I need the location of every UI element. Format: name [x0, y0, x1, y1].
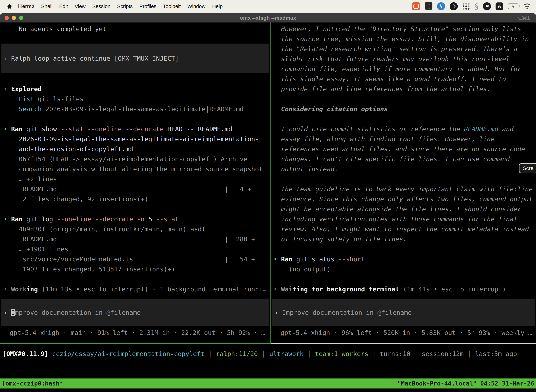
terminal-line: However, I noticed the "Directory Struct…	[273, 24, 536, 34]
title-bar[interactable]: omx --xhigh --madmax ⌥⌘1	[0, 13, 536, 23]
terminal-line: the "Related research writing" section i…	[273, 44, 536, 54]
menu-item-scripts[interactable]: Scripts	[114, 4, 136, 9]
terminal-line: slight risk that future readers may over…	[273, 54, 536, 64]
terminal-line	[273, 274, 536, 284]
menu-items: iTerm2ShellEditViewSessionScriptsProfile…	[15, 4, 226, 9]
terminal-line: Search 2026-03-09-is-legal-the-same-as-l…	[4, 104, 270, 114]
left-pane[interactable]: └ No agents completed yet › Ralph loop a…	[0, 23, 270, 343]
terminal-line	[273, 94, 536, 104]
agents-status-line: └ No agents completed yet	[4, 24, 106, 34]
terminal-line: The team guideline is to back every impo…	[273, 184, 536, 194]
prompt-text: › Improve documentation in @filename	[4, 308, 141, 317]
terminal-line: review. Also, I might want to inspect th…	[273, 224, 536, 234]
terminal-line: including verification notes with those …	[273, 214, 536, 224]
terminal-line: └ 4b9d30f (origin/main, instructkr/main,…	[4, 224, 270, 234]
terminal-line	[4, 274, 270, 284]
terminal-line: … +1901 lines	[4, 244, 270, 254]
menu-item-window[interactable]: Window	[184, 4, 209, 9]
bolt-badge-icon[interactable]: ϟ	[437, 2, 445, 10]
window-controls	[5, 16, 23, 20]
minimize-button[interactable]	[12, 16, 16, 20]
menu-item-view[interactable]: View	[71, 4, 89, 9]
terminal-line: • Waiting for background terminal (1m 41…	[273, 284, 536, 294]
right-transcript: However, I noticed the "Directory Struct…	[271, 23, 536, 294]
menu-item-shell[interactable]: Shell	[38, 4, 56, 9]
terminal-line: • Explored	[4, 84, 270, 94]
terminal-line: 2 files changed, 92 insertions(+)	[4, 194, 270, 204]
input-source-icon[interactable]: A	[496, 2, 503, 10]
terminal-line: README.md | 4 +	[4, 184, 270, 194]
apple-logo-icon[interactable]	[7, 3, 12, 9]
terminal-line: of focusing solely on file lines.	[273, 234, 536, 244]
terminal-line: • Ran git log --oneline --decorate -n 5 …	[4, 214, 270, 224]
terminal-line: this single essay, it seems like a good …	[273, 74, 536, 84]
prompt-input-left[interactable]: › Improve documentation in @filename	[1, 299, 269, 326]
terminal-line: might be acceptable alongside the file l…	[273, 204, 536, 214]
terminal-line: │ 2026-03-09-is-legal-the-same-as-legiti…	[4, 134, 270, 144]
keyboard-shield-icon[interactable]: ⣿	[425, 2, 432, 10]
menu-item-profiles[interactable]: Profiles	[136, 4, 160, 9]
terminal-line: README.md | 280 +	[4, 234, 270, 244]
ralph-loop-line: › Ralph loop active continue [OMX_TMUX_I…	[4, 53, 179, 63]
menu-item-edit[interactable]: Edit	[56, 4, 71, 9]
ralph-loop-box: › Ralph loop active continue [OMX_TMUX_I…	[1, 44, 269, 73]
menu-item-toolbelt[interactable]: Toolbelt	[160, 4, 184, 9]
window-title: omx --xhigh --madmax	[0, 15, 536, 21]
terminal-line: provide file and line references from th…	[273, 84, 536, 94]
model-status-right: gpt-5.4 xhigh · 96% left · 520K in · 5.8…	[281, 328, 532, 338]
tmux-session-window[interactable]: [omx-cczip0:bash*	[2, 378, 63, 388]
percent-badge-icon[interactable]: ..61	[483, 2, 491, 10]
pane-border-bottom-right	[271, 343, 536, 344]
prompt-input-right[interactable]: › Improve documentation in @filename	[273, 299, 535, 326]
terminal-content: └ No agents completed yet › Ralph loop a…	[0, 23, 536, 344]
tmux-status-bar: [omx-cczip0:bash* "MacBook-Pro-44.local"…	[0, 378, 536, 388]
close-button[interactable]	[5, 16, 9, 20]
terminal-line	[273, 174, 536, 184]
tmux-host-clock: "MacBook-Pro-44.local" 04:52 31-Mar-26	[397, 378, 534, 388]
terminal-line	[4, 114, 270, 124]
terminal-line: essay file, along with finding root file…	[273, 134, 536, 144]
chat-app-icon[interactable]	[412, 2, 420, 10]
terminal-line: └ (no output)	[273, 264, 536, 274]
battery-icon[interactable]: ϟ	[508, 4, 518, 9]
right-pane[interactable]: However, I noticed the "Directory Struct…	[271, 23, 536, 343]
terminal-line: 1903 files changed, 513517 insertions(+)	[4, 264, 270, 274]
terminal-line: └ 067f154 (HEAD -> essay/ai-reimplementa…	[4, 154, 270, 164]
menu-bar: iTerm2ShellEditViewSessionScriptsProfile…	[0, 0, 536, 13]
wifi-icon[interactable]	[523, 3, 531, 10]
pane-border-bottom-left	[0, 343, 271, 344]
terminal-line: src/voice/voiceModeEnabled.ts | 54 +	[4, 254, 270, 264]
screen-notification-popup[interactable]: Scre	[519, 163, 536, 173]
terminal-line	[273, 244, 536, 254]
zoom-button[interactable]	[19, 16, 23, 20]
menu-item-iterm2[interactable]: iTerm2	[15, 4, 38, 9]
moon-app-icon[interactable]: ☽	[450, 2, 458, 10]
terminal-line: • Working (11m 13s • esc to interrupt) ·…	[4, 284, 270, 294]
terminal-line: • Ran git show --stat --oneline --decora…	[4, 124, 270, 134]
model-status-left: gpt-5.4 xhigh · main · 91% left · 2.31M …	[10, 328, 265, 338]
terminal-line: └ List git ls-files	[4, 94, 270, 104]
omx-status-bar: [OMX#0.11.9] cczip/essay/ai-reimplementa…	[0, 349, 536, 359]
terminal-line: companion analysis without altering the …	[4, 164, 270, 174]
terminal-line: companion file, especially if more comme…	[273, 64, 536, 74]
terminal-line: I could cite commit statistics or refere…	[273, 124, 536, 134]
terminal-line: │ and-the-erosion-of-copyleft.md	[4, 144, 270, 154]
terminal-line: Considering citation options	[273, 104, 536, 114]
terminal-window: omx --xhigh --madmax ⌥⌘1 └ No agents com…	[0, 13, 536, 392]
terminal-line	[273, 114, 536, 124]
prompt-text: › Improve documentation in @filename	[274, 308, 412, 317]
terminal-line: evidence. Since this change only affects…	[273, 194, 536, 204]
menu-item-session[interactable]: Session	[89, 4, 114, 9]
terminal-line: the source tree, missing the essay. Stil…	[273, 34, 536, 44]
window-shortcut: ⌥⌘1	[516, 15, 530, 21]
terminal-line: … +2 lines	[4, 174, 270, 184]
terminal-line: output instead.	[273, 164, 536, 174]
terminal-line	[4, 204, 270, 214]
dots-grid-icon[interactable]	[462, 2, 470, 10]
menu-status-icons: ⣿ϟ☽§..61Aϟ	[412, 2, 531, 11]
squiggle-icon[interactable]: §	[475, 2, 478, 11]
terminal-line: changes, I can't cite specific file line…	[273, 154, 536, 164]
terminal-line: • Ran git status --short	[273, 254, 536, 264]
menu-item-help[interactable]: Help	[209, 4, 226, 9]
terminal-line: references need actual files, and since …	[273, 144, 536, 154]
